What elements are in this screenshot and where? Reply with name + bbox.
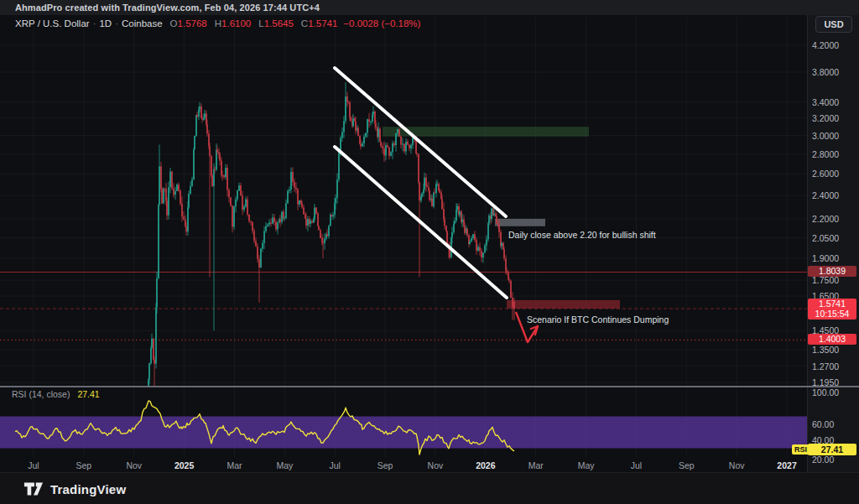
- time-tick-month: Nov: [116, 460, 153, 470]
- separator: ·: [93, 18, 96, 29]
- tradingview-logo-icon: [23, 481, 44, 497]
- price-tick-label: 3.2000: [812, 113, 839, 123]
- price-tick-label: 1.9000: [812, 253, 839, 263]
- rsi-indicator-legend[interactable]: RSI (14, close) 27.41: [12, 389, 100, 399]
- alert-price-badge-1.4003[interactable]: 1.4003: [808, 334, 856, 345]
- top-attribution-bar: AhmadPro created with TradingView.com, F…: [0, 0, 859, 15]
- open-label: O: [170, 18, 178, 29]
- rsi-value-badge: 27.41: [808, 444, 856, 455]
- price-tick-label: 1.3500: [812, 345, 839, 355]
- time-tick-month: Jul: [15, 460, 52, 470]
- currency-toggle-button[interactable]: USD: [815, 16, 852, 33]
- close-label: C: [301, 18, 308, 29]
- time-tick-month: Nov: [417, 460, 454, 470]
- price-tick-label: 4.2000: [812, 40, 839, 50]
- rsi-floating-label: RSI: [792, 444, 810, 455]
- rsi-plot: [0, 401, 807, 455]
- price-tick-label: 2.6000: [812, 169, 839, 179]
- time-tick-month: Sep: [65, 460, 102, 470]
- price-tick-label: 2.0500: [812, 233, 839, 243]
- rsi-tick-label: 60.00: [812, 419, 834, 429]
- price-tick-label: 3.8000: [812, 67, 839, 77]
- time-tick-month: May: [266, 460, 303, 470]
- time-tick-month: Jul: [617, 460, 654, 470]
- rsi-legend-value: 27.41: [77, 389, 99, 399]
- attribution-text: AhmadPro created with TradingView.com, F…: [15, 3, 320, 13]
- time-tick-year: 2026: [467, 460, 504, 470]
- rsi-legend-title: RSI (14, close): [12, 389, 70, 399]
- last-price-value: 1.5741: [808, 299, 856, 309]
- price-tick-label: 2.8000: [812, 149, 839, 159]
- time-tick-month: Mar: [216, 460, 252, 470]
- high-label: H: [215, 18, 221, 29]
- time-tick-month: Nov: [718, 460, 755, 470]
- tradingview-logo[interactable]: TradingView: [23, 481, 126, 497]
- chart-canvas[interactable]: [0, 0, 859, 504]
- bullish-shift-zone[interactable]: [495, 219, 545, 226]
- high-value: 1.6100: [221, 18, 251, 29]
- rsi-tick-label: 100.00: [812, 387, 839, 397]
- time-tick-year: 2025: [166, 460, 203, 470]
- alert-price-badge-1.8039[interactable]: 1.8039: [808, 266, 856, 277]
- time-tick-month: Mar: [518, 460, 554, 470]
- gridlines: [0, 17, 807, 457]
- time-tick-year: 2027: [768, 460, 805, 470]
- price-tick-label: 1.2700: [812, 361, 839, 372]
- time-tick-month: Jul: [316, 460, 353, 470]
- price-tick-label: 2.2000: [812, 214, 839, 224]
- separator: ·: [115, 18, 118, 29]
- last-price-badge: 1.5741 10:15:54: [808, 299, 856, 320]
- time-axis[interactable]: JulSepNov2025MarMayJulSepNov2026MarMayJu…: [0, 460, 807, 472]
- price-tick-label: 2.4000: [812, 190, 839, 200]
- change-value: −0.0028 (−0.18%): [343, 18, 420, 29]
- rsi-tick-label: 20.00: [812, 455, 834, 465]
- dump-scenario-zone[interactable]: [507, 300, 620, 309]
- time-tick-month: Sep: [668, 460, 705, 470]
- alert-price-lines[interactable]: [0, 272, 807, 340]
- symbol-legend[interactable]: XRP / U.S. Dollar·1D·CoinbaseO1.5768H1.6…: [15, 18, 420, 29]
- tradingview-logo-text: TradingView: [50, 482, 126, 496]
- pane-resize-handle[interactable]: [0, 386, 859, 387]
- time-tick-month: May: [568, 460, 605, 470]
- close-value: 1.5741: [308, 18, 337, 29]
- timeframe: 1D: [99, 18, 112, 29]
- bottom-toolbar: TradingView: [0, 472, 859, 504]
- price-tick-label: 3.0000: [812, 131, 839, 141]
- low-value: 1.5645: [264, 18, 294, 29]
- annotation-bullish-shift[interactable]: Daily close above 2.20 for bullish shift: [508, 230, 656, 240]
- bar-countdown: 10:15:54: [808, 309, 856, 320]
- annotation-dump-scenario[interactable]: Scenario If BTC Continues Dumping: [527, 314, 669, 325]
- symbol-name: XRP / U.S. Dollar: [15, 18, 90, 29]
- time-tick-month: Sep: [367, 460, 403, 470]
- exchange: Coinbase: [122, 18, 163, 29]
- open-value: 1.5768: [178, 18, 207, 29]
- price-tick-label: 3.4000: [812, 97, 839, 107]
